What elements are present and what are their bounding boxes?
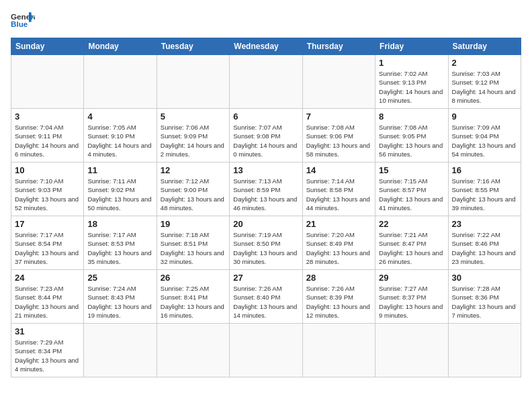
- calendar-day-cell: 16Sunrise: 7:16 AM Sunset: 8:55 PM Dayli…: [448, 163, 521, 216]
- day-info: Sunrise: 7:24 AM Sunset: 8:43 PM Dayligh…: [87, 284, 152, 320]
- calendar-day-cell: 9Sunrise: 7:09 AM Sunset: 9:04 PM Daylig…: [448, 109, 521, 163]
- day-info: Sunrise: 7:03 AM Sunset: 9:12 PM Dayligh…: [452, 69, 517, 105]
- calendar-week-row: 31Sunrise: 7:29 AM Sunset: 8:34 PM Dayli…: [11, 324, 521, 377]
- calendar-day-cell: 11Sunrise: 7:11 AM Sunset: 9:02 PM Dayli…: [84, 163, 157, 216]
- day-info: Sunrise: 7:16 AM Sunset: 8:55 PM Dayligh…: [452, 177, 517, 212]
- logo-icon: General Blue: [11, 11, 35, 30]
- calendar-day-cell: 31Sunrise: 7:29 AM Sunset: 8:34 PM Dayli…: [11, 324, 84, 377]
- day-number: 13: [233, 165, 298, 175]
- day-number: 16: [452, 165, 517, 175]
- day-info: Sunrise: 7:29 AM Sunset: 8:34 PM Dayligh…: [15, 338, 80, 373]
- calendar-day-cell: 26Sunrise: 7:25 AM Sunset: 8:41 PM Dayli…: [157, 270, 229, 324]
- day-number: 26: [161, 273, 226, 283]
- day-number: 10: [15, 165, 80, 175]
- day-info: Sunrise: 7:13 AM Sunset: 8:59 PM Dayligh…: [233, 177, 298, 212]
- day-number: 1: [379, 58, 444, 68]
- calendar-day-cell: 17Sunrise: 7:17 AM Sunset: 8:54 PM Dayli…: [11, 216, 84, 270]
- calendar-day-cell: 20Sunrise: 7:19 AM Sunset: 8:50 PM Dayli…: [230, 216, 302, 270]
- day-number: 14: [306, 165, 371, 175]
- calendar-week-row: 17Sunrise: 7:17 AM Sunset: 8:54 PM Dayli…: [11, 216, 521, 270]
- calendar-day-cell: 8Sunrise: 7:08 AM Sunset: 9:05 PM Daylig…: [375, 109, 448, 163]
- logo: General Blue: [11, 11, 40, 30]
- day-info: Sunrise: 7:10 AM Sunset: 9:03 PM Dayligh…: [15, 177, 80, 212]
- svg-text:Blue: Blue: [11, 19, 28, 28]
- calendar-day-cell: [448, 324, 521, 377]
- day-number: 19: [161, 219, 226, 229]
- svg-rect-3: [29, 12, 32, 21]
- day-info: Sunrise: 7:08 AM Sunset: 9:05 PM Dayligh…: [379, 123, 444, 158]
- calendar-day-cell: [157, 55, 229, 109]
- day-number: 15: [379, 165, 444, 175]
- day-info: Sunrise: 7:19 AM Sunset: 8:50 PM Dayligh…: [233, 230, 298, 266]
- day-number: 28: [306, 273, 371, 283]
- day-info: Sunrise: 7:25 AM Sunset: 8:41 PM Dayligh…: [161, 284, 226, 320]
- calendar-day-cell: 4Sunrise: 7:05 AM Sunset: 9:10 PM Daylig…: [84, 109, 157, 163]
- calendar-day-cell: 1Sunrise: 7:02 AM Sunset: 9:13 PM Daylig…: [375, 55, 448, 109]
- weekday-header-cell: Saturday: [448, 38, 521, 55]
- day-number: 4: [87, 111, 152, 122]
- calendar-day-cell: [302, 55, 375, 109]
- day-number: 31: [15, 326, 80, 336]
- calendar-day-cell: 27Sunrise: 7:26 AM Sunset: 8:40 PM Dayli…: [230, 270, 302, 324]
- calendar-week-row: 24Sunrise: 7:23 AM Sunset: 8:44 PM Dayli…: [11, 270, 521, 324]
- day-info: Sunrise: 7:18 AM Sunset: 8:51 PM Dayligh…: [161, 230, 226, 266]
- day-number: 22: [379, 219, 444, 229]
- day-info: Sunrise: 7:20 AM Sunset: 8:49 PM Dayligh…: [306, 230, 371, 266]
- day-number: 21: [306, 219, 371, 229]
- day-number: 6: [233, 111, 298, 122]
- day-number: 27: [233, 273, 298, 283]
- calendar-day-cell: [230, 324, 302, 377]
- day-info: Sunrise: 7:28 AM Sunset: 8:36 PM Dayligh…: [452, 284, 517, 320]
- day-info: Sunrise: 7:21 AM Sunset: 8:47 PM Dayligh…: [379, 230, 444, 266]
- day-number: 5: [161, 111, 226, 122]
- day-number: 25: [87, 273, 152, 283]
- calendar-day-cell: 18Sunrise: 7:17 AM Sunset: 8:53 PM Dayli…: [84, 216, 157, 270]
- calendar-day-cell: 22Sunrise: 7:21 AM Sunset: 8:47 PM Dayli…: [375, 216, 448, 270]
- calendar-day-cell: 6Sunrise: 7:07 AM Sunset: 9:08 PM Daylig…: [230, 109, 302, 163]
- day-info: Sunrise: 7:17 AM Sunset: 8:53 PM Dayligh…: [87, 230, 152, 266]
- calendar-day-cell: [302, 324, 375, 377]
- calendar-day-cell: [84, 324, 157, 377]
- day-info: Sunrise: 7:15 AM Sunset: 8:57 PM Dayligh…: [379, 177, 444, 212]
- day-number: 11: [87, 165, 152, 175]
- day-number: 17: [15, 219, 80, 229]
- calendar-day-cell: 24Sunrise: 7:23 AM Sunset: 8:44 PM Dayli…: [11, 270, 84, 324]
- day-number: 24: [15, 273, 80, 283]
- weekday-header-cell: Friday: [375, 38, 448, 55]
- calendar-day-cell: 5Sunrise: 7:06 AM Sunset: 9:09 PM Daylig…: [157, 109, 229, 163]
- day-info: Sunrise: 7:26 AM Sunset: 8:39 PM Dayligh…: [306, 284, 371, 320]
- day-number: 2: [452, 58, 517, 68]
- day-number: 7: [306, 111, 371, 122]
- weekday-header-row: SundayMondayTuesdayWednesdayThursdayFrid…: [11, 38, 521, 55]
- day-info: Sunrise: 7:09 AM Sunset: 9:04 PM Dayligh…: [452, 123, 517, 158]
- calendar-week-row: 3Sunrise: 7:04 AM Sunset: 9:11 PM Daylig…: [11, 109, 521, 163]
- day-number: 3: [15, 111, 80, 122]
- calendar-day-cell: 19Sunrise: 7:18 AM Sunset: 8:51 PM Dayli…: [157, 216, 229, 270]
- day-number: 30: [452, 273, 517, 283]
- calendar-week-row: 1Sunrise: 7:02 AM Sunset: 9:13 PM Daylig…: [11, 55, 521, 109]
- day-number: 8: [379, 111, 444, 122]
- day-info: Sunrise: 7:26 AM Sunset: 8:40 PM Dayligh…: [233, 284, 298, 320]
- calendar-day-cell: [157, 324, 229, 377]
- day-info: Sunrise: 7:23 AM Sunset: 8:44 PM Dayligh…: [15, 284, 80, 320]
- day-info: Sunrise: 7:08 AM Sunset: 9:06 PM Dayligh…: [306, 123, 371, 158]
- day-info: Sunrise: 7:04 AM Sunset: 9:11 PM Dayligh…: [15, 123, 80, 158]
- calendar-day-cell: 23Sunrise: 7:22 AM Sunset: 8:46 PM Dayli…: [448, 216, 521, 270]
- calendar-day-cell: 12Sunrise: 7:12 AM Sunset: 9:00 PM Dayli…: [157, 163, 229, 216]
- day-number: 23: [452, 219, 517, 229]
- day-info: Sunrise: 7:07 AM Sunset: 9:08 PM Dayligh…: [233, 123, 298, 158]
- weekday-header-cell: Tuesday: [157, 38, 229, 55]
- day-number: 20: [233, 219, 298, 229]
- day-info: Sunrise: 7:12 AM Sunset: 9:00 PM Dayligh…: [161, 177, 226, 212]
- day-number: 18: [87, 219, 152, 229]
- day-info: Sunrise: 7:11 AM Sunset: 9:02 PM Dayligh…: [87, 177, 152, 212]
- day-info: Sunrise: 7:06 AM Sunset: 9:09 PM Dayligh…: [161, 123, 226, 158]
- weekday-header-cell: Monday: [84, 38, 157, 55]
- day-number: 29: [379, 273, 444, 283]
- calendar-day-cell: 29Sunrise: 7:27 AM Sunset: 8:37 PM Dayli…: [375, 270, 448, 324]
- weekday-header-cell: Thursday: [302, 38, 375, 55]
- calendar-day-cell: 2Sunrise: 7:03 AM Sunset: 9:12 PM Daylig…: [448, 55, 521, 109]
- calendar-day-cell: 15Sunrise: 7:15 AM Sunset: 8:57 PM Dayli…: [375, 163, 448, 216]
- weekday-header-cell: Wednesday: [230, 38, 302, 55]
- calendar-day-cell: [230, 55, 302, 109]
